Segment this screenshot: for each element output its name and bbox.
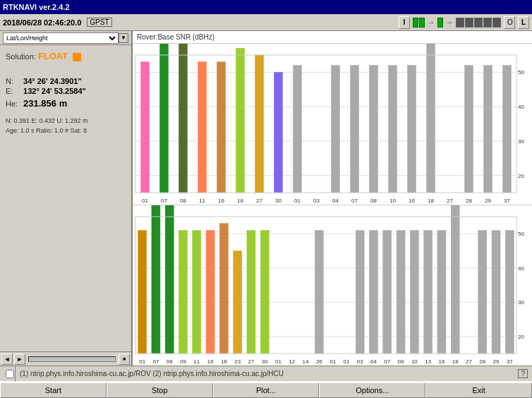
l-button[interactable]: L: [518, 16, 529, 29]
svg-text:18: 18: [428, 198, 434, 204]
svg-text:23: 23: [234, 358, 241, 365]
left-scroll-area: ◄ ► ■: [0, 351, 131, 366]
svg-text:07: 07: [161, 198, 167, 204]
svg-rect-90: [397, 230, 405, 354]
svg-text:18: 18: [452, 358, 459, 365]
svg-text:27: 27: [466, 358, 472, 365]
svg-rect-13: [179, 44, 188, 193]
title-bar: RTKNAVI ver.2.4.2: [0, 0, 532, 14]
solution-row: Solution: FLOAT: [6, 51, 126, 61]
svg-rect-28: [332, 66, 340, 193]
svg-rect-67: [206, 230, 214, 354]
svg-rect-23: [274, 72, 283, 193]
svg-text:10: 10: [389, 198, 396, 204]
svg-rect-43: [484, 66, 492, 193]
svg-text:50: 50: [518, 231, 524, 237]
svg-text:09: 09: [180, 358, 186, 365]
svg-rect-30: [351, 66, 359, 193]
view-selector[interactable]: Lat/Lon/Height: [3, 32, 119, 44]
svg-rect-65: [193, 230, 201, 354]
status-text: (1) ntrip.phys.info.hiroshima-cu.ac.jp/R…: [20, 370, 518, 378]
title-text: RTKNAVI ver.2.4.2: [3, 3, 70, 11]
svg-rect-80: [315, 230, 323, 354]
arrow-icon: →: [428, 18, 435, 26]
svg-text:01: 01: [330, 358, 336, 365]
plot-button[interactable]: Plot...: [213, 382, 320, 398]
svg-text:16: 16: [409, 198, 415, 204]
svg-text:01: 01: [275, 358, 282, 365]
status-help[interactable]: ?: [518, 369, 528, 378]
svg-rect-9: [141, 62, 150, 193]
svg-text:27: 27: [248, 358, 254, 365]
svg-rect-84: [356, 230, 364, 354]
svg-rect-69: [219, 223, 228, 353]
svg-rect-98: [451, 205, 459, 354]
o-button[interactable]: O: [504, 16, 515, 29]
panel-options-btn[interactable]: ▼: [119, 33, 128, 43]
svg-text:37: 37: [504, 198, 510, 204]
scrollbar[interactable]: [28, 356, 116, 362]
bottom-chart-svg: 2030405001070809111618232730011214260101…: [133, 205, 532, 366]
svg-text:28: 28: [479, 358, 485, 365]
svg-rect-63: [179, 230, 188, 354]
e-value: 132° 24' 53.2584": [23, 87, 86, 95]
svg-text:30: 30: [518, 299, 524, 306]
svg-text:16: 16: [218, 198, 224, 204]
svg-text:03: 03: [357, 358, 363, 365]
svg-text:08: 08: [398, 358, 404, 365]
svg-text:01: 01: [139, 358, 145, 365]
svg-text:26: 26: [316, 358, 322, 365]
svg-text:37: 37: [507, 358, 513, 365]
status-bar: (1) ntrip.phys.info.hiroshima-cu.ac.jp/R…: [0, 366, 532, 381]
svg-rect-105: [505, 230, 514, 354]
svg-text:11: 11: [199, 198, 205, 204]
svg-rect-86: [370, 230, 378, 354]
svg-text:16: 16: [438, 358, 445, 365]
svg-rect-92: [410, 230, 418, 354]
svg-text:40: 40: [518, 104, 524, 110]
svg-text:07: 07: [384, 358, 390, 365]
right-panel: Rover:Base SNR (dBHz) G J C S 2030405001…: [133, 31, 532, 366]
solution-label: Solution:: [6, 52, 36, 61]
status-checkbox-area: [4, 366, 16, 382]
stop-button[interactable]: Stop: [107, 382, 213, 398]
svg-text:27: 27: [256, 198, 262, 204]
svg-text:14: 14: [303, 358, 309, 365]
svg-rect-71: [234, 251, 242, 354]
svg-rect-94: [424, 230, 433, 354]
scroll-options-btn[interactable]: ■: [119, 354, 130, 365]
svg-text:01: 01: [343, 358, 349, 365]
n-label: N:: [6, 77, 21, 85]
svg-text:20: 20: [518, 173, 524, 179]
meta-line2: Age: 1.0 s Ratio: 1.0 # Sat: 8: [6, 127, 126, 134]
svg-text:30: 30: [518, 138, 524, 145]
i-button[interactable]: I: [399, 16, 410, 29]
svg-rect-15: [198, 62, 207, 193]
exit-button[interactable]: Exit: [425, 382, 532, 398]
chart-title: Rover:Base SNR (dBHz): [137, 33, 214, 41]
svg-text:01: 01: [294, 198, 301, 204]
timezone-label[interactable]: GPST: [87, 18, 111, 27]
svg-rect-103: [492, 230, 500, 354]
svg-text:10: 10: [411, 358, 418, 365]
svg-text:07: 07: [351, 198, 358, 204]
scroll-left-btn[interactable]: ◄: [1, 354, 13, 365]
svg-rect-34: [389, 66, 397, 193]
svg-text:13: 13: [425, 358, 431, 365]
status-checkbox[interactable]: [6, 370, 14, 378]
scroll-right-btn[interactable]: ►: [14, 354, 25, 365]
top-chart-svg: 2030405001070811161827300103040708101618…: [133, 44, 532, 205]
svg-text:04: 04: [370, 358, 377, 365]
svg-text:30: 30: [275, 198, 282, 204]
svg-text:50: 50: [518, 69, 524, 76]
start-button[interactable]: Start: [0, 382, 107, 398]
svg-text:12: 12: [289, 358, 295, 365]
svg-rect-73: [247, 230, 255, 354]
charts-container: G J C S 20304050010708111618273001030407…: [133, 44, 532, 366]
svg-text:18: 18: [237, 198, 243, 204]
svg-rect-19: [236, 48, 245, 193]
datetime-display: 2018/06/28 02:46:20.0: [3, 18, 81, 27]
solution-indicator: [73, 53, 81, 61]
svg-rect-36: [408, 66, 416, 193]
options-button[interactable]: Options...: [319, 382, 425, 398]
